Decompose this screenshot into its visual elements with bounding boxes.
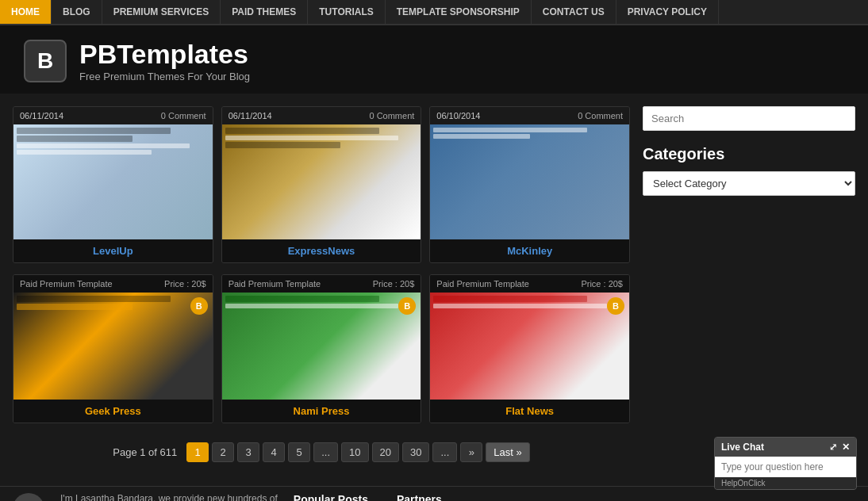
card-geekpress-meta-left: Paid Premium Template	[20, 279, 113, 289]
pagination: Page 1 of 611 1 2 3 4 5 ... 10 20 30 ...…	[13, 434, 630, 473]
card-geekpress-meta-right: Price : 20$	[164, 279, 206, 289]
nav-blog[interactable]: BLOG	[52, 0, 102, 24]
nav-premium-services[interactable]: PREMIUM SERVICES	[102, 0, 221, 24]
card-levelup-image	[13, 124, 213, 239]
live-chat-header: Live Chat ⤢ ✕	[715, 438, 856, 457]
intro-text: I'm Lasantha Bandara, we provide new hun…	[60, 493, 278, 501]
site-title: PBTemplates	[79, 40, 250, 67]
card-mckinley-meta: 06/10/2014 0 Comment	[430, 107, 629, 124]
card-expressnews-date: 06/11/2014	[229, 111, 272, 120]
live-chat-input[interactable]	[715, 457, 856, 477]
categories-label: Categories	[643, 145, 855, 163]
nav-home[interactable]: HOME	[0, 0, 52, 24]
page-btn-ellipsis1: ...	[313, 442, 338, 462]
card-namipress: Paid Premium Template Price : 20$ B Nami…	[221, 274, 422, 423]
card-mckinley-image	[430, 124, 629, 239]
author-avatar	[13, 493, 44, 501]
live-chat-widget: Live Chat ⤢ ✕ HelpOnClick	[714, 437, 857, 490]
template-grid-row-1: 06/11/2014 0 Comment LevelUp	[13, 106, 630, 263]
nav-contact-us[interactable]: CONTACT US	[532, 0, 616, 24]
card-namipress-meta-right: Price : 20$	[373, 279, 415, 289]
top-navigation: HOME BLOG PREMIUM SERVICES PAID THEMES T…	[0, 0, 868, 25]
site-header: B PBTemplates Free Premium Themes For Yo…	[0, 25, 868, 94]
site-subtitle: Free Premium Themes For Your Blog	[79, 71, 250, 82]
card-flatnews-title[interactable]: Flat News	[430, 400, 629, 423]
card-flatnews: Paid Premium Template Price : 20$ B Flat…	[429, 274, 630, 423]
card-flatnews-meta-left: Paid Premium Template	[436, 279, 529, 289]
logo-text: PBTemplates Free Premium Themes For Your…	[79, 40, 250, 82]
live-chat-title: Live Chat	[721, 442, 764, 453]
card-levelup-title[interactable]: LevelUp	[13, 239, 213, 262]
card-levelup-comment: 0 Comment	[161, 111, 206, 120]
card-geekpress: Paid Premium Template Price : 20$ B Geek…	[13, 274, 213, 423]
card-expressnews-meta: 06/11/2014 0 Comment	[222, 107, 421, 124]
page-btn-30[interactable]: 30	[402, 442, 429, 462]
card-levelup-meta: 06/11/2014 0 Comment	[13, 107, 213, 124]
nav-tutorials[interactable]: TUTORIALS	[308, 0, 385, 24]
main-wrapper: 06/11/2014 0 Comment LevelUp	[0, 94, 868, 486]
nav-paid-themes[interactable]: PAID THEMES	[221, 0, 308, 24]
card-mckinley-title[interactable]: McKinley	[430, 239, 629, 262]
card-levelup-date: 06/11/2014	[20, 111, 63, 120]
card-expressnews: 06/11/2014 0 Comment ExpressNews	[221, 106, 422, 263]
card-levelup-thumb[interactable]	[13, 124, 213, 239]
page-info: Page 1 of 611	[113, 446, 177, 458]
card-geekpress-thumb[interactable]: B	[13, 293, 213, 400]
page-btn-10[interactable]: 10	[341, 442, 368, 462]
card-namipress-title[interactable]: Nami Press	[222, 400, 421, 423]
search-input[interactable]	[643, 106, 855, 131]
page-btn-last[interactable]: Last »	[486, 442, 529, 462]
page-btn-5[interactable]: 5	[288, 442, 310, 462]
partners-label: Partners	[397, 493, 442, 501]
live-chat-expand-icon[interactable]: ⤢	[829, 442, 837, 453]
card-expressnews-thumb[interactable]	[222, 124, 421, 239]
logo-icon: B	[24, 40, 67, 82]
card-mckinley-thumb[interactable]	[430, 124, 629, 239]
template-grid-row-2: Paid Premium Template Price : 20$ B Geek…	[13, 274, 630, 423]
card-geekpress-meta: Paid Premium Template Price : 20$	[13, 275, 213, 293]
live-chat-controls: ⤢ ✕	[829, 442, 850, 453]
card-expressnews-title[interactable]: ExpressNews	[222, 239, 421, 262]
nav-privacy-policy[interactable]: PRIVACY POLICY	[616, 0, 719, 24]
live-chat-brand: HelpOnClick	[715, 477, 856, 489]
card-namipress-meta: Paid Premium Template Price : 20$	[222, 275, 421, 293]
page-btn-20[interactable]: 20	[372, 442, 399, 462]
card-levelup: 06/11/2014 0 Comment LevelUp	[13, 106, 213, 263]
card-mckinley-comment: 0 Comment	[578, 111, 623, 120]
page-btn-1[interactable]: 1	[186, 442, 209, 462]
page-btn-3[interactable]: 3	[237, 442, 259, 462]
page-btn-next[interactable]: »	[460, 442, 482, 462]
card-mckinley-date: 06/10/2014	[436, 111, 480, 120]
card-flatnews-meta: Paid Premium Template Price : 20$	[430, 275, 629, 293]
popular-posts-label: Popular Posts	[294, 493, 368, 501]
live-chat-close-icon[interactable]: ✕	[842, 442, 850, 453]
card-mckinley: 06/10/2014 0 Comment McKinley	[429, 106, 630, 263]
card-namipress-thumb[interactable]: B	[222, 293, 421, 400]
card-geekpress-badge: B	[190, 297, 208, 315]
card-flatnews-badge: B	[607, 297, 624, 315]
page-btn-ellipsis2: ...	[432, 442, 457, 462]
card-geekpress-title[interactable]: Geek Press	[13, 400, 213, 423]
category-select[interactable]: Select Category	[643, 171, 855, 196]
page-btn-4[interactable]: 4	[263, 442, 285, 462]
page-btn-2[interactable]: 2	[212, 442, 234, 462]
card-namipress-meta-left: Paid Premium Template	[229, 279, 321, 289]
sidebar: Categories Select Category	[643, 106, 855, 473]
card-flatnews-thumb[interactable]: B	[430, 293, 629, 400]
card-expressnews-comment: 0 Comment	[369, 111, 414, 120]
card-expressnews-image	[222, 124, 421, 239]
content-area: 06/11/2014 0 Comment LevelUp	[13, 106, 630, 473]
nav-template-sponsorship[interactable]: TEMPLATE SPONSORSHIP	[386, 0, 532, 24]
card-flatnews-meta-right: Price : 20$	[581, 279, 623, 289]
